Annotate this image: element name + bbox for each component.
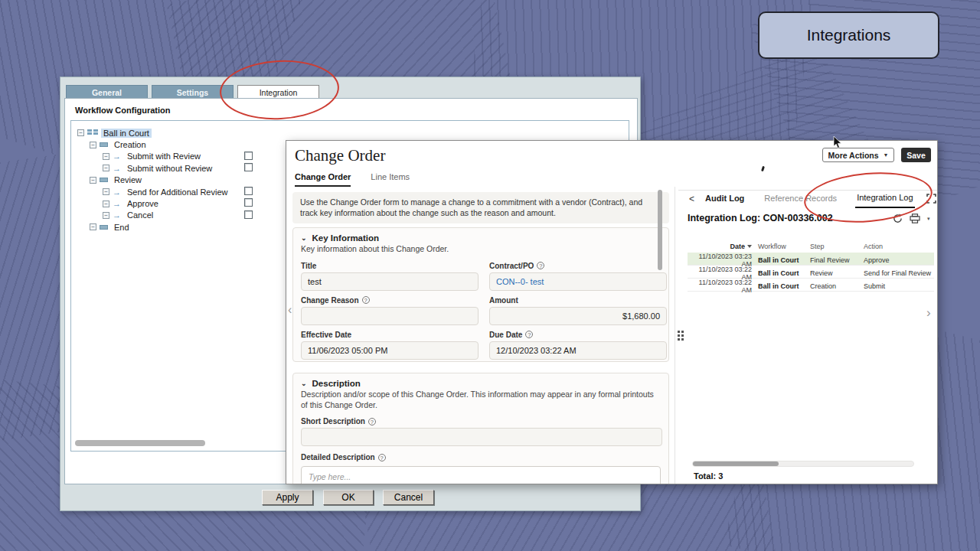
table-row[interactable]: 11/10/2023 03:23 AM Ball in Court Final …: [688, 253, 934, 266]
collapse-icon[interactable]: −: [90, 177, 96, 184]
tree-item-label[interactable]: Creation: [112, 140, 149, 149]
tree-item-label[interactable]: Cancel: [125, 210, 155, 220]
collapse-icon[interactable]: −: [90, 223, 96, 230]
tree-item-end[interactable]: − End: [74, 221, 319, 233]
panel-divider: [675, 187, 675, 484]
more-actions-button[interactable]: More Actions ▼: [822, 148, 894, 162]
tab-integration-log[interactable]: Integration Log: [855, 190, 914, 208]
integration-checkbox[interactable]: [244, 152, 253, 160]
collapse-icon[interactable]: −: [103, 188, 109, 195]
integrations-callout-label: Integrations: [807, 26, 891, 44]
collapse-icon[interactable]: −: [77, 129, 84, 136]
tree-item-label[interactable]: Submit with Review: [125, 152, 203, 161]
tab-audit-log[interactable]: Audit Log: [704, 191, 746, 207]
help-icon[interactable]: ?: [362, 296, 370, 304]
integration-checkbox[interactable]: [244, 210, 253, 219]
tab-reference-records[interactable]: Reference Records: [763, 191, 838, 207]
tree-item-send-for-additional-review[interactable]: − → Send for Additional Review: [74, 186, 319, 197]
textarea-placeholder: Type here...: [309, 472, 351, 481]
collapse-icon[interactable]: −: [103, 212, 109, 219]
integration-log-heading: Integration Log: CON-00336.002: [688, 213, 833, 223]
key-information-header[interactable]: ⌄ Key Information: [293, 228, 668, 244]
description-subtitle: Description and/or scope of this Change …: [293, 390, 668, 410]
form-vertical-scrollbar[interactable]: [658, 190, 662, 270]
detailed-description-textarea[interactable]: Type here...: [301, 466, 661, 484]
help-icon[interactable]: ?: [378, 454, 386, 461]
log-horizontal-scrollbar[interactable]: [692, 461, 914, 467]
table-row[interactable]: 11/10/2023 03:22 AM Ball in Court Review…: [688, 266, 934, 279]
scrollbar-thumb[interactable]: [693, 461, 779, 466]
tree-item-label[interactable]: Review: [112, 175, 144, 184]
amount-field[interactable]: $1,680.00: [489, 307, 667, 325]
action-arrow-icon: →: [113, 200, 121, 207]
print-icon[interactable]: [910, 214, 920, 223]
collapse-icon[interactable]: −: [90, 142, 96, 148]
save-button[interactable]: Save: [901, 148, 931, 162]
help-icon[interactable]: ?: [368, 418, 376, 425]
fullscreen-icon[interactable]: [926, 194, 936, 204]
form-previous-chevron[interactable]: ‹: [288, 303, 292, 317]
column-header-workflow[interactable]: Workflow: [758, 243, 808, 250]
help-icon[interactable]: ?: [525, 331, 533, 338]
short-description-field[interactable]: [301, 428, 662, 446]
integration-checkbox[interactable]: [244, 187, 253, 195]
description-header[interactable]: ⌄ Description: [293, 373, 668, 390]
tab-line-items[interactable]: Line Items: [371, 172, 410, 187]
effective-date-field[interactable]: 11/06/2023 05:00 PM: [301, 341, 479, 360]
key-information-title: Key Information: [312, 233, 380, 243]
collapse-icon[interactable]: −: [103, 165, 109, 171]
cancel-button[interactable]: Cancel: [383, 490, 434, 505]
tree-item-ball-in-court[interactable]: − Ball in Court: [74, 127, 319, 139]
title-field[interactable]: test: [301, 272, 479, 291]
tree-item-approve[interactable]: − → Approve: [74, 197, 319, 209]
tree-item-label[interactable]: Submit without Review: [125, 164, 214, 173]
tree-item-label[interactable]: Send for Additional Review: [125, 187, 230, 197]
table-header-row: Date Workflow Step Action: [688, 240, 934, 253]
collapse-icon[interactable]: −: [103, 201, 109, 207]
column-header-step[interactable]: Step: [810, 243, 862, 250]
log-toolbar: ▾: [893, 214, 930, 223]
refresh-icon[interactable]: [893, 214, 903, 223]
tree-item-submit-without-review[interactable]: − → Submit without Review: [74, 162, 319, 174]
due-date-label: Due Date: [489, 331, 522, 339]
tree-horizontal-scrollbar[interactable]: [75, 440, 205, 446]
contract-po-label: Contract/PO: [489, 262, 534, 270]
ok-button[interactable]: OK: [323, 490, 374, 505]
tree-item-label[interactable]: Approve: [125, 199, 161, 208]
change-reason-label: Change Reason: [301, 296, 359, 305]
description-section: ⌄ Description Description and/or scope o…: [292, 373, 669, 484]
tree-item-review[interactable]: − Review: [74, 174, 319, 186]
workflow-node-icon: [87, 129, 98, 136]
change-reason-field[interactable]: [301, 307, 479, 325]
stage-node-icon: [100, 142, 108, 147]
tab-integration[interactable]: Integration: [237, 85, 319, 99]
apply-button[interactable]: Apply: [262, 490, 313, 505]
column-header-date[interactable]: Date: [688, 243, 756, 250]
integration-checkbox[interactable]: [244, 163, 253, 171]
integration-checkbox[interactable]: [244, 198, 253, 207]
table-row[interactable]: 11/10/2023 03:22 AM Ball in Court Creati…: [688, 279, 934, 292]
stage-node-icon: [100, 225, 108, 230]
divider-drag-handle[interactable]: [678, 331, 684, 341]
next-page-chevron[interactable]: ›: [926, 305, 931, 321]
print-dropdown-icon[interactable]: ▾: [927, 216, 930, 222]
description-title: Description: [312, 379, 361, 388]
column-header-action[interactable]: Action: [864, 243, 934, 250]
dialog-tab-bar: General Settings Integration: [66, 85, 319, 99]
contract-po-field[interactable]: CON--0- test: [489, 272, 667, 291]
key-information-section: ⌄ Key Information Key information about …: [292, 227, 669, 362]
caret-down-icon: ▼: [884, 152, 889, 158]
tab-settings[interactable]: Settings: [152, 85, 234, 99]
due-date-field[interactable]: 12/10/2023 03:22 AM: [489, 341, 667, 360]
help-icon[interactable]: ?: [537, 262, 544, 269]
log-tab-bar: < Audit Log Reference Records Integratio…: [678, 190, 938, 207]
tab-general[interactable]: General: [66, 85, 148, 99]
tree-item-cancel[interactable]: − → Cancel: [74, 210, 319, 221]
tree-item-submit-with-review[interactable]: − → Submit with Review: [74, 151, 319, 162]
tabs-scroll-left-icon[interactable]: <: [689, 194, 694, 204]
collapse-icon[interactable]: −: [103, 153, 109, 160]
tree-item-creation[interactable]: − Creation: [74, 139, 319, 150]
tab-change-order[interactable]: Change Order: [295, 172, 351, 187]
tree-item-label[interactable]: Ball in Court: [101, 129, 152, 138]
tree-item-label[interactable]: End: [112, 223, 132, 232]
